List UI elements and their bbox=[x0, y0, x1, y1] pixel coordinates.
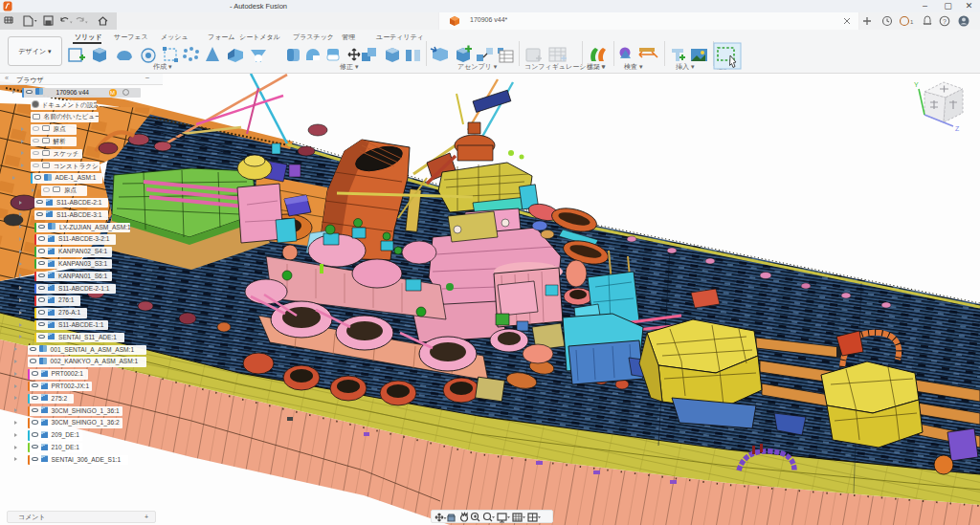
svg-text:Z: Z bbox=[955, 125, 960, 132]
svg-text:?: ? bbox=[943, 18, 947, 25]
svg-text:Y: Y bbox=[914, 81, 919, 88]
svg-text:1: 1 bbox=[910, 19, 914, 25]
